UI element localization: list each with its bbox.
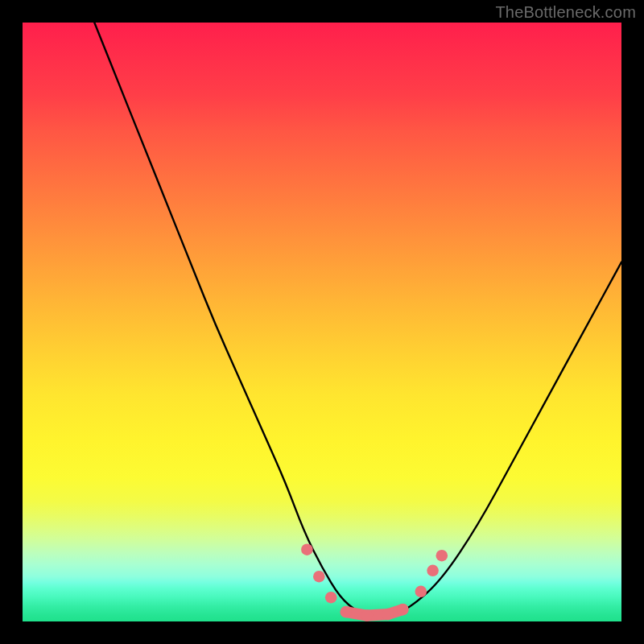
mid-bar-center [361, 609, 374, 621]
mid-bar-right-b [397, 604, 409, 616]
right-marker-3 [436, 550, 448, 562]
mid-bar-right-a [382, 609, 394, 621]
right-marker-1 [415, 586, 427, 598]
left-marker-2 [313, 571, 325, 583]
left-marker-1 [301, 543, 313, 555]
plot-area [23, 23, 621, 621]
left-marker-3 [325, 592, 337, 604]
curve-markers [301, 543, 448, 621]
watermark-text: TheBottleneck.com [495, 3, 636, 22]
bottom-marker-bar [346, 609, 403, 616]
right-marker-2 [427, 565, 439, 577]
curve-layer [23, 23, 621, 621]
mid-bar-left [341, 606, 353, 618]
bottleneck-curve [94, 23, 621, 615]
chart-frame: TheBottleneck.com [0, 0, 644, 644]
